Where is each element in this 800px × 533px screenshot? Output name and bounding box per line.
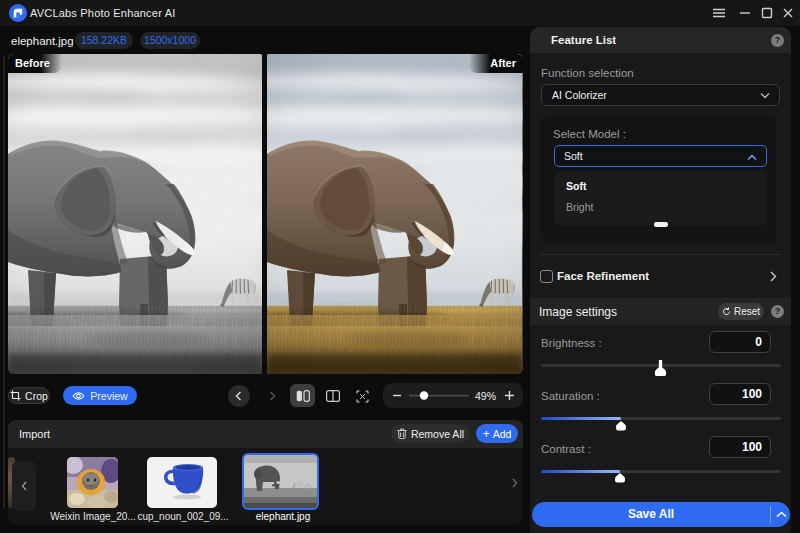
svg-text:49%: 49%	[475, 390, 496, 402]
